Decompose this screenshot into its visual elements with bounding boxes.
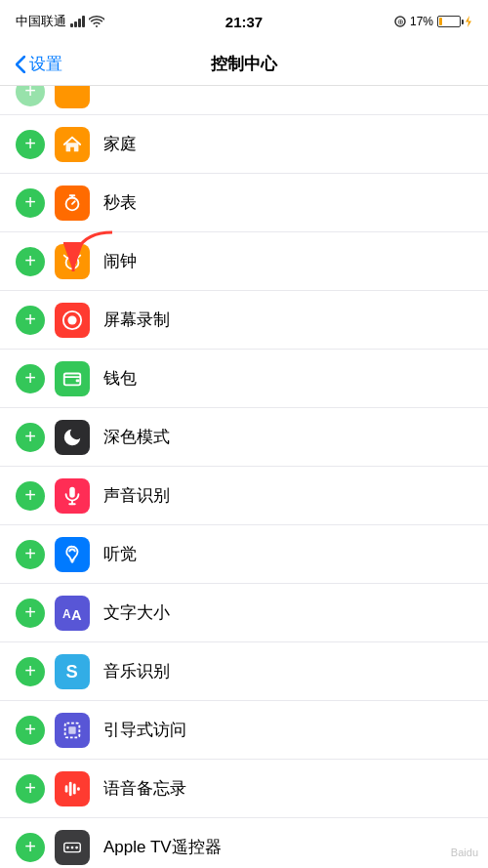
plus-icon-wallet: +: [24, 368, 36, 388]
list-item-apple-tv[interactable]: + Apple TV遥控器: [0, 818, 488, 868]
battery-percent: 17%: [410, 15, 433, 28]
app-icon-sound-id: [55, 478, 90, 514]
list-item-screen-record[interactable]: + 屏幕录制: [0, 291, 488, 350]
plus-icon-voice-memo: +: [24, 778, 36, 798]
item-label-text-size: 文字大小: [103, 601, 472, 624]
add-button-stopwatch[interactable]: +: [16, 188, 45, 218]
app-icon-home: [55, 127, 90, 162]
svg-rect-14: [69, 486, 75, 497]
svg-point-11: [67, 315, 76, 324]
svg-text:S: S: [66, 661, 78, 682]
add-button-guided-access[interactable]: +: [16, 716, 45, 745]
svg-line-8: [64, 255, 67, 258]
add-button-wallet[interactable]: +: [16, 364, 45, 393]
add-button-home[interactable]: +: [16, 130, 45, 159]
app-icon-stopwatch: [55, 186, 90, 221]
plus-icon-alarm: +: [24, 251, 36, 270]
nav-bar: 设置 控制中心: [0, 43, 488, 86]
item-label-home: 家庭: [103, 133, 472, 155]
add-button-sound-id[interactable]: +: [16, 481, 45, 511]
status-time: 21:37: [225, 14, 263, 30]
svg-rect-25: [73, 783, 76, 794]
app-icon-partial: [55, 86, 90, 108]
svg-text:A: A: [62, 606, 71, 620]
app-icon-text-size: AA: [55, 596, 90, 631]
add-button-dark-mode[interactable]: +: [16, 423, 45, 452]
plus-icon-sound-id: +: [24, 485, 36, 505]
app-icon-hearing: [55, 537, 90, 572]
settings-list: + 家庭 + 秒表 + 闹钟 + 屏幕录制 +: [0, 115, 488, 868]
item-label-dark-mode: 深色模式: [103, 426, 472, 448]
signal-icon: [70, 16, 85, 27]
plus-icon-hearing: +: [24, 544, 36, 563]
app-icon-alarm: [55, 244, 90, 279]
svg-rect-23: [65, 785, 68, 792]
svg-rect-13: [76, 379, 80, 382]
item-label-wallet: 钱包: [103, 367, 472, 390]
add-button-voice-memo[interactable]: +: [16, 774, 45, 804]
plus-icon: +: [24, 86, 36, 101]
watermark: Baidu: [451, 847, 478, 858]
wifi-icon: [89, 16, 104, 27]
app-icon-voice-memo: [55, 771, 90, 806]
status-left: 中国联通: [16, 13, 104, 30]
list-item-wallet[interactable]: + 钱包: [0, 350, 488, 408]
svg-point-30: [75, 846, 78, 848]
list-item-guided-access[interactable]: + 引导式访问: [0, 701, 488, 760]
add-button-hearing[interactable]: +: [16, 540, 45, 569]
app-icon-apple-tv: [55, 830, 90, 865]
add-button-text-size[interactable]: +: [16, 599, 45, 628]
list-item-hearing[interactable]: + 听觉: [0, 525, 488, 584]
svg-line-6: [72, 201, 75, 204]
list-item-sound-id[interactable]: + 声音识别: [0, 467, 488, 525]
charge-icon: ⊕: [394, 16, 406, 27]
add-button-alarm[interactable]: +: [16, 247, 45, 276]
charging-bolt: [465, 16, 472, 27]
svg-point-29: [71, 846, 74, 848]
list-item-dark-mode[interactable]: + 深色模式: [0, 408, 488, 467]
back-label: 设置: [29, 53, 62, 75]
plus-icon-text-size: +: [24, 602, 36, 622]
list-item-home[interactable]: + 家庭: [0, 115, 488, 174]
add-button-partial[interactable]: +: [16, 86, 45, 106]
plus-icon-stopwatch: +: [24, 192, 36, 212]
status-right: ⊕ 17%: [394, 15, 472, 28]
item-label-screen-record: 屏幕录制: [103, 309, 472, 331]
list-item-stopwatch[interactable]: + 秒表: [0, 174, 488, 232]
svg-rect-26: [77, 787, 80, 791]
partial-item: +: [0, 86, 488, 115]
list-item-voice-memo[interactable]: + 语音备忘录: [0, 760, 488, 818]
svg-text:A: A: [71, 607, 82, 623]
add-button-apple-tv[interactable]: +: [16, 833, 45, 862]
svg-point-28: [66, 846, 69, 848]
chevron-left-icon: [16, 56, 25, 73]
item-label-shazam: 音乐识别: [103, 660, 472, 682]
plus-icon-screen-record: +: [24, 310, 36, 329]
item-label-sound-id: 声音识别: [103, 484, 472, 507]
status-bar: 中国联通 21:37 ⊕ 17%: [0, 0, 488, 43]
item-label-apple-tv: Apple TV遥控器: [103, 836, 472, 858]
plus-icon-apple-tv: +: [24, 837, 36, 856]
app-icon-dark-mode: [55, 420, 90, 455]
list-item-shazam[interactable]: + S 音乐识别: [0, 642, 488, 701]
app-icon-screen-record: [55, 303, 90, 338]
app-icon-guided-access: [55, 713, 90, 748]
list-item-text-size[interactable]: + AA 文字大小: [0, 584, 488, 642]
app-icon-shazam: S: [55, 654, 90, 689]
svg-point-17: [71, 559, 74, 562]
item-label-voice-memo: 语音备忘录: [103, 777, 472, 800]
plus-icon-home: +: [24, 134, 36, 153]
list-item-alarm[interactable]: + 闹钟: [0, 232, 488, 291]
plus-icon-shazam: +: [24, 661, 36, 681]
svg-rect-22: [68, 726, 75, 733]
add-button-shazam[interactable]: +: [16, 657, 45, 686]
add-button-screen-record[interactable]: +: [16, 306, 45, 335]
plus-icon-guided-access: +: [24, 720, 36, 739]
battery-icon: [437, 16, 461, 27]
svg-rect-12: [64, 373, 81, 385]
app-icon-wallet: [55, 361, 90, 396]
item-label-hearing: 听觉: [103, 543, 472, 565]
svg-text:⊕: ⊕: [396, 18, 403, 26]
svg-rect-24: [69, 781, 72, 796]
back-button[interactable]: 设置: [0, 53, 78, 75]
